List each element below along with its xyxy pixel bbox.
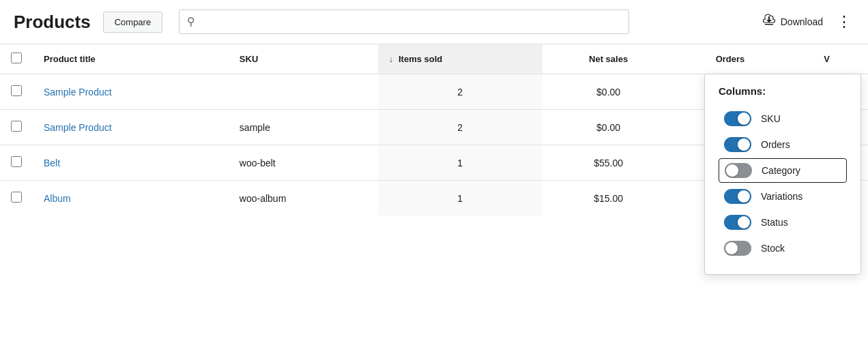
search-wrapper: ⚲ bbox=[179, 10, 629, 34]
col-header-product-title: Product title bbox=[33, 44, 229, 74]
row-product-title: Sample Product bbox=[33, 110, 229, 145]
columns-panel-title: Columns: bbox=[719, 85, 847, 97]
col-header-sku: SKU bbox=[229, 44, 378, 74]
toggle-thumb bbox=[725, 242, 738, 254]
row-items-sold: 2 bbox=[378, 74, 542, 110]
column-toggle-row: SKU bbox=[719, 106, 847, 131]
row-items-sold: 1 bbox=[378, 145, 542, 181]
header-actions: Download ⋮ bbox=[762, 14, 854, 31]
row-sku: woo-album bbox=[229, 181, 378, 216]
column-label: Orders bbox=[761, 139, 790, 150]
row-net-sales: $0.00 bbox=[542, 110, 675, 145]
column-toggle-row: Orders bbox=[719, 132, 847, 157]
row-sku bbox=[229, 74, 378, 110]
column-toggle-row: Stock bbox=[719, 236, 847, 261]
compare-button[interactable]: Compare bbox=[103, 12, 162, 33]
header: Products Compare ⚲ Download ⋮ bbox=[0, 0, 868, 44]
search-icon: ⚲ bbox=[187, 16, 195, 27]
column-toggle-row: Variations bbox=[719, 184, 847, 209]
toggle-thumb bbox=[726, 164, 738, 177]
sort-arrow-icon: ↓ bbox=[389, 54, 394, 64]
columns-panel: Columns: SKUOrdersCategoryVariationsStat… bbox=[704, 74, 861, 275]
column-label: Stock bbox=[761, 243, 785, 254]
select-all-checkbox[interactable] bbox=[11, 53, 22, 63]
column-toggle-row: Status bbox=[719, 210, 847, 235]
column-label: Variations bbox=[761, 191, 802, 202]
download-icon bbox=[762, 14, 776, 31]
column-toggle-orders[interactable] bbox=[724, 137, 751, 152]
column-toggle-stock[interactable] bbox=[724, 241, 751, 256]
search-input[interactable] bbox=[179, 10, 629, 34]
toggle-thumb bbox=[738, 113, 750, 125]
row-checkbox-cell bbox=[0, 74, 33, 110]
row-net-sales: $0.00 bbox=[542, 74, 675, 110]
product-link[interactable]: Sample Product bbox=[44, 87, 112, 98]
row-checkbox[interactable] bbox=[11, 85, 22, 96]
row-sku: woo-belt bbox=[229, 145, 378, 181]
column-toggle-status[interactable] bbox=[724, 215, 751, 230]
product-link[interactable]: Album bbox=[44, 193, 71, 204]
row-product-title: Belt bbox=[33, 145, 229, 181]
column-label: SKU bbox=[761, 113, 781, 124]
col-header-items-sold[interactable]: ↓ Items sold bbox=[378, 44, 542, 74]
page-title: Products bbox=[14, 12, 91, 33]
row-sku: sample bbox=[229, 110, 378, 145]
product-link[interactable]: Sample Product bbox=[44, 122, 112, 133]
column-toggle-category[interactable] bbox=[725, 163, 752, 178]
row-checkbox[interactable] bbox=[11, 156, 22, 167]
row-net-sales: $15.00 bbox=[542, 181, 675, 216]
column-toggle-sku[interactable] bbox=[724, 111, 751, 126]
row-product-title: Sample Product bbox=[33, 74, 229, 110]
toggle-thumb bbox=[738, 216, 750, 228]
row-items-sold: 1 bbox=[378, 181, 542, 216]
col-header-net-sales: Net sales bbox=[542, 44, 675, 74]
column-label: Category bbox=[762, 165, 800, 176]
column-label: Status bbox=[761, 217, 788, 228]
column-toggle-variations[interactable] bbox=[724, 189, 751, 204]
columns-list: SKUOrdersCategoryVariationsStatusStock bbox=[719, 106, 847, 261]
header-checkbox-cell bbox=[0, 44, 33, 74]
download-button[interactable]: Download bbox=[762, 14, 823, 31]
toggle-thumb bbox=[738, 190, 750, 203]
row-checkbox-cell bbox=[0, 181, 33, 216]
table-header-row: Product title SKU ↓ Items sold Net sales… bbox=[0, 44, 868, 74]
col-header-orders: Orders bbox=[675, 44, 786, 74]
row-net-sales: $55.00 bbox=[542, 145, 675, 181]
row-product-title: Album bbox=[33, 181, 229, 216]
col-header-variations: V bbox=[785, 44, 868, 74]
row-checkbox[interactable] bbox=[11, 192, 22, 203]
row-checkbox-cell bbox=[0, 145, 33, 181]
row-checkbox[interactable] bbox=[11, 121, 22, 132]
row-checkbox-cell bbox=[0, 110, 33, 145]
product-link[interactable]: Belt bbox=[44, 158, 60, 168]
more-options-button[interactable]: ⋮ bbox=[834, 14, 854, 29]
column-toggle-row: Category bbox=[719, 158, 847, 183]
toggle-thumb bbox=[738, 138, 750, 151]
main-container: Products Compare ⚲ Download ⋮ Product bbox=[0, 0, 868, 341]
row-items-sold: 2 bbox=[378, 110, 542, 145]
